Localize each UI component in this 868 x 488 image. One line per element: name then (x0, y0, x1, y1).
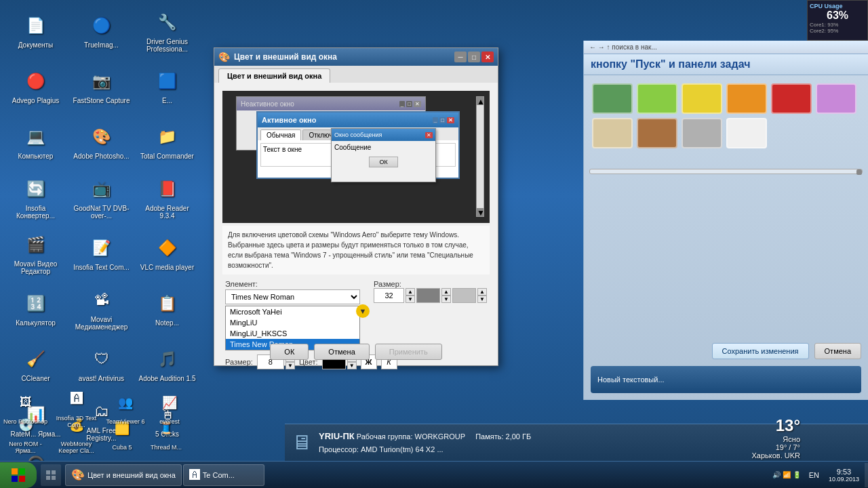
swatch-green[interactable] (592, 83, 633, 114)
font-size-input[interactable] (374, 288, 404, 303)
cpu-usage: 63% (810, 9, 865, 22)
panel-cancel-button[interactable]: Отмена (814, 343, 861, 359)
personalization-panel: ← → ↑ поиска в нак... кнопку "Пуск" и па… (583, 41, 868, 400)
show-desktop-button[interactable] (41, 464, 61, 486)
color2-down-btn[interactable]: ▼ (477, 296, 487, 303)
dialog-titlebar: 🎨 Цвет и внешний вид окна ─ □ ✕ (214, 48, 498, 66)
dialog-ok-button[interactable]: ОК (270, 344, 309, 360)
desktop-icon-everest[interactable]: 📈 everest (149, 386, 190, 428)
desktop-icon-trueimage[interactable]: 🔵 TrueImag... (69, 3, 134, 58)
color-swatches-container (584, 75, 868, 157)
desktop-icon-advego[interactable]: 🔴 Advego Plagius (3, 59, 68, 113)
tab-color-appearance[interactable]: Цвет и внешний вид окна (218, 68, 330, 83)
desktop-icon-computer[interactable]: 💻 Компьютер (3, 115, 68, 169)
element-row: Times New Roman (225, 289, 360, 304)
element-select[interactable]: Times New Roman (225, 289, 360, 304)
desktop-icon-movavi2[interactable]: 📽 Movavi Медиаменеджер (69, 281, 134, 336)
color1-up-btn[interactable]: ▲ (441, 288, 451, 296)
desktop-icon-calculator[interactable]: 🔢 Калькулятор (3, 281, 68, 336)
desktop-icon-nero-ps[interactable]: 🖼 Nero Photoshop (0, 386, 51, 428)
desktop-icon-driver-genius[interactable]: 🔧 Driver Genius Professiona... (135, 3, 199, 58)
dialog-cancel-button[interactable]: Отмена (314, 344, 369, 360)
dialog-content: Неактивное окно _ □ ✕ Активное окно (214, 83, 498, 378)
dialog-close-button[interactable]: ✕ (481, 52, 494, 62)
font-option-mingliu-hkscs[interactable]: MingLiU_HKSCS (226, 328, 359, 339)
desktop-icon-insofia[interactable]: 🔄 Insofia Конвертер... (3, 170, 68, 224)
color1-down-btn[interactable]: ▼ (441, 296, 451, 303)
size-up-button[interactable]: ▲ (406, 288, 415, 296)
preview-tab-normal: Обычная (260, 129, 301, 140)
pc-memory: Память: 2,00 ГБ (475, 432, 531, 441)
preview-active-title-text: Активное окно (262, 116, 317, 124)
taskbar-label-te-com: Te Com... (203, 471, 235, 479)
pc-name: YRIU-ПК (319, 431, 355, 441)
swatch-orange[interactable] (726, 83, 767, 114)
desktop-icon-e[interactable]: 🟦 Е... (135, 59, 199, 113)
taskbar-item-te-com[interactable]: 🅰 Te Com... (183, 464, 264, 486)
desktop-icon-teamviewer[interactable]: 👥 TeamViewer 6 (102, 386, 149, 428)
scroll-down-arrow[interactable]: ▼ (477, 208, 484, 216)
swatch-brown[interactable] (637, 118, 677, 148)
cpu-widget: CPU Usage 63% Core1: 93% Core2: 95% (807, 0, 868, 41)
weather-city: Харьков. UKR (751, 451, 800, 460)
dialog-minimize-button[interactable]: ─ (454, 52, 467, 62)
desktop-icon-adobe-ps[interactable]: 🎨 Adobe Photosho... (69, 115, 134, 169)
desktop: 📄 Документы 🔵 TrueImag... 🔧 Driver Geniu… (0, 0, 868, 488)
font-option-yahai[interactable]: Microsoft YaHei (226, 306, 359, 317)
swatch-beige[interactable] (592, 118, 633, 148)
swatch-gray[interactable] (682, 118, 722, 148)
dialog-apply-button[interactable]: Применить (375, 344, 442, 360)
preview-active-titlebar: Активное окно _ □ ✕ (258, 113, 458, 127)
weather-forecast: 19° / 7° (751, 443, 800, 451)
taskbar-icon-dialog: 🎨 (71, 468, 85, 481)
swatch-yellow[interactable] (682, 83, 722, 114)
preview-inactive-titlebar: Неактивное окно _ □ ✕ (237, 97, 425, 110)
swatch-lime[interactable] (637, 83, 677, 114)
start-button[interactable] (0, 462, 37, 488)
show-desktop-strip[interactable] (865, 463, 868, 487)
desktop-icon-total-cmd[interactable]: 📁 Total Commander (135, 115, 199, 169)
size-label: Размер: (374, 280, 487, 288)
clock: 9:53 10.09.2013 (823, 468, 865, 483)
preview-scrollbar[interactable]: ▲ ▼ (476, 96, 484, 217)
preview-ok-button[interactable]: ОК (369, 157, 397, 167)
save-changes-button[interactable]: Сохранить изменения (712, 343, 809, 359)
text-size-down-btn[interactable]: ▼ (285, 362, 295, 369)
panel-buttons: Сохранить изменения Отмена (712, 343, 861, 359)
swatch-red[interactable] (771, 83, 812, 114)
dropdown-arrow-indicator: ▼ (356, 304, 370, 318)
panel-nav: ← → ↑ поиска в нак... (589, 43, 657, 51)
desktop-icon-notepad[interactable]: 📋 Notep... (135, 281, 199, 336)
desktop-icon-goodnat[interactable]: 📺 GoodNat TV DVB-over-... (69, 170, 134, 224)
taskbar-item-dialog[interactable]: 🎨 Цвет и внешний вид окна (65, 464, 182, 486)
system-tray: 🔊 📶 🔋 (768, 471, 805, 479)
language-indicator[interactable]: EN (805, 471, 823, 479)
desktop-icon-movavi-video[interactable]: 🎬 Movavi Видео Редактор (3, 226, 68, 280)
active-close-btn: ✕ (447, 117, 454, 123)
size-controls: ▲ ▼ ▲ ▼ ▲ ▼ (374, 288, 487, 303)
swatch-white[interactable] (726, 118, 767, 148)
font-option-mingliu[interactable]: MingLiU (226, 317, 359, 328)
color1-button[interactable] (416, 288, 440, 303)
scroll-up-arrow[interactable]: ▲ (477, 97, 484, 105)
inactive-close-btn: ✕ (414, 101, 421, 107)
svg-rect-4 (46, 470, 50, 474)
text-color-down[interactable]: ▼ (347, 362, 357, 369)
desktop-icon-insofia-3d[interactable]: 🅰 Insofia 3D Text Com... (51, 383, 102, 431)
dialog-maximize-button[interactable]: □ (468, 52, 480, 62)
color2-button[interactable] (452, 288, 476, 303)
desktop-icon-vlc[interactable]: 🔶 VLC media player (135, 226, 199, 280)
desktop-icon-adobe-reader[interactable]: 📕 Adobe Reader 9.3.4 (135, 170, 199, 224)
desktop-icon-documents[interactable]: 📄 Документы (3, 3, 68, 58)
svg-rect-3 (19, 476, 25, 482)
desktop-icon-faststone[interactable]: 📷 FastStone Capture (69, 59, 134, 113)
preview-area: Неактивное окно _ □ ✕ Активное окно (222, 91, 490, 223)
swatch-purple[interactable] (816, 83, 856, 114)
size-down-button[interactable]: ▼ (406, 296, 415, 303)
new-item-bar: Новый текстовый... (591, 366, 861, 393)
color2-up-btn[interactable]: ▲ (477, 288, 487, 296)
clock-date: 10.09.2013 (829, 476, 859, 483)
desktop-icon-insofia-text[interactable]: 📝 Insofia Text Com... (69, 226, 134, 280)
dialog-window-controls: ─ □ ✕ (454, 52, 494, 62)
cpu-core1: Core1: 93% (810, 22, 865, 28)
